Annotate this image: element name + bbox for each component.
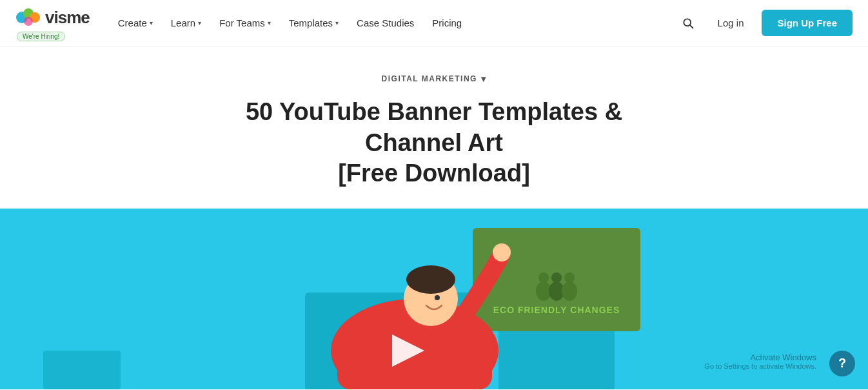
svg-point-3 — [24, 17, 33, 26]
logo[interactable]: visme — [15, 5, 90, 30]
nav-pricing[interactable]: Pricing — [424, 12, 469, 34]
signup-button[interactable]: Sign Up Free — [762, 10, 853, 36]
svg-point-11 — [564, 272, 575, 283]
svg-point-7 — [538, 272, 549, 283]
hero-section: DIGITAL MARKETING ▾ 50 YouTube Banner Te… — [0, 46, 868, 209]
logo-icon — [15, 5, 41, 30]
svg-point-18 — [493, 243, 511, 262]
svg-point-9 — [551, 272, 562, 283]
logo-text: visme — [45, 8, 90, 28]
nav-right: Log in Sign Up Free — [676, 10, 853, 36]
for-teams-chevron-icon: ▾ — [268, 19, 271, 26]
svg-rect-13 — [337, 325, 492, 389]
illustration-section: ECO FRIENDLY CHANGES Activate Windows — [0, 209, 868, 389]
templates-chevron-icon: ▾ — [335, 19, 339, 26]
nav-create[interactable]: Create ▾ — [110, 12, 161, 34]
nav-case-studies[interactable]: Case Studies — [349, 12, 422, 34]
svg-point-17 — [435, 295, 440, 300]
hero-title: 50 YouTube Banner Templates & Channel Ar… — [208, 97, 660, 189]
help-button[interactable]: ? — [829, 351, 855, 376]
learn-chevron-icon: ▾ — [198, 19, 201, 26]
create-chevron-icon: ▾ — [150, 19, 153, 26]
login-button[interactable]: Log in — [710, 12, 752, 34]
svg-line-5 — [690, 25, 693, 28]
category-label[interactable]: DIGITAL MARKETING ▾ — [382, 74, 487, 84]
nav-learn[interactable]: Learn ▾ — [163, 12, 209, 34]
navbar: visme We're Hiring! Create ▾ Learn ▾ For… — [0, 0, 868, 46]
search-button[interactable] — [676, 12, 700, 35]
hiring-badge[interactable]: We're Hiring! — [17, 32, 65, 41]
activate-windows-notice: Activate Windows Go to Settings to activ… — [704, 353, 816, 370]
nav-links: Create ▾ Learn ▾ For Teams ▾ Templates ▾… — [110, 12, 676, 34]
nav-templates[interactable]: Templates ▾ — [281, 12, 346, 34]
search-icon — [682, 17, 695, 30]
svg-point-16 — [406, 265, 455, 294]
logo-area: visme We're Hiring! — [15, 5, 90, 41]
deco-rect-bottom-left — [43, 351, 121, 389]
crowd-silhouette — [531, 249, 582, 301]
svg-point-10 — [562, 282, 577, 301]
nav-for-teams[interactable]: For Teams ▾ — [212, 12, 279, 34]
red-person-illustration — [318, 221, 511, 389]
person-svg — [318, 221, 511, 389]
category-arrow-icon: ▾ — [481, 74, 487, 84]
